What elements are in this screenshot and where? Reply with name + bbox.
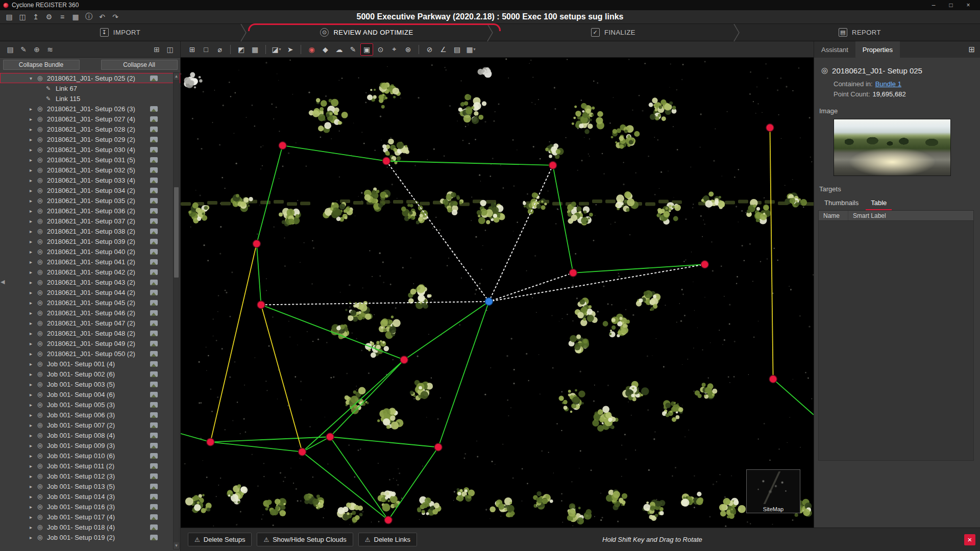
tab-table[interactable]: Table [866,197,892,210]
expander-icon[interactable]: ▸ [30,371,37,377]
tree-item[interactable]: ▸◎20180621_J01- Setup 050 (2) [0,348,180,359]
tree-item[interactable]: ▸◎20180621_J01- Setup 031 (5) [0,155,180,165]
expander-icon[interactable]: ▸ [30,229,37,234]
expander-icon[interactable]: ▾ [30,76,37,81]
tree-item[interactable]: ▸◎20180621_J01- Setup 035 (2) [0,195,180,206]
storage-icon[interactable]: ≡ [56,11,68,22]
tree-item[interactable]: ▸◎20180621_J01- Setup 027 (4) [0,114,180,124]
tree-item[interactable]: ▸◎Job 001- Setup 018 (4) [0,522,180,532]
expander-icon[interactable]: ▸ [30,524,37,530]
expander-icon[interactable]: ▸ [30,218,37,224]
tree-item[interactable]: ▾◎20180621_J01- Setup 025 (2) [0,73,180,83]
step-review-and-optimize[interactable]: ⊙REVIEW AND OPTIMIZE [247,24,487,41]
export-icon[interactable]: ↥ [30,11,42,22]
expander-icon[interactable]: ▸ [30,198,37,204]
expander-icon[interactable]: ▸ [30,392,37,397]
settings-icon[interactable]: ⚙ [43,11,55,22]
expander-icon[interactable]: ▸ [30,494,37,499]
tree-item[interactable]: ▸◎20180621_J01- Setup 041 (2) [0,257,180,267]
tree-item[interactable]: ▸◎20180621_J01- Setup 040 (2) [0,246,180,257]
tree-item[interactable]: ▸◎20180621_J01- Setup 045 (2) [0,297,180,308]
sidebar-scrollbar[interactable]: ▲ ▼ [173,72,180,549]
tree-link-item[interactable]: ✎Link 115 [0,93,180,104]
expander-icon[interactable]: ▸ [30,412,37,418]
tree-item[interactable]: ▸◎Job 001- Setup 008 (4) [0,430,180,440]
tree-item[interactable]: ▸◎20180621_J01- Setup 039 (2) [0,236,180,246]
tree-item[interactable]: ▸◎20180621_J01- Setup 048 (2) [0,328,180,338]
tree-item[interactable]: ▸◎Job 001- Setup 001 (4) [0,359,180,369]
expander-icon[interactable]: ▸ [30,137,37,142]
tree-item[interactable]: ▸◎20180621_J01- Setup 038 (2) [0,226,180,236]
tree-item[interactable]: ▸◎Job 001- Setup 012 (3) [0,471,180,481]
expander-icon[interactable]: ▸ [30,463,37,469]
expander-icon[interactable]: ▸ [30,127,37,132]
geotag-icon[interactable]: ⌖ [388,43,401,56]
tree-item[interactable]: ▸◎Job 001- Setup 010 (6) [0,450,180,461]
tree-item[interactable]: ▸◎Job 001- Setup 004 (6) [0,389,180,399]
tree-item[interactable]: ▸◎20180621_J01- Setup 047 (2) [0,318,180,328]
zoom-window-icon[interactable]: ⌀ [213,43,226,56]
expander-icon[interactable]: ▸ [30,249,37,255]
tab-thumbnails[interactable]: Thumbnails [819,197,864,210]
collapse-all-button[interactable]: Collapse All [101,60,178,70]
expander-icon[interactable]: ▸ [30,473,37,479]
expander-icon[interactable]: ▸ [30,402,37,408]
tab-properties[interactable]: Properties [855,41,900,58]
expander-icon[interactable]: ▸ [30,157,37,163]
collapse-left-panel-arrow[interactable]: ◀ [1,279,5,285]
expander-icon[interactable]: ▸ [30,320,37,326]
walk-mode-icon[interactable]: ⊛ [402,43,414,56]
tab-assistant[interactable]: Assistant [814,41,855,58]
expander-icon[interactable]: ▸ [30,433,37,438]
tree-item[interactable]: ▸◎Job 001- Setup 016 (3) [0,502,180,512]
tree-item[interactable]: ▸◎Job 001- Setup 003 (5) [0,379,180,389]
cloud-density-icon[interactable]: ▦ [249,43,261,56]
expander-icon[interactable]: ▸ [30,361,37,367]
draw-link-icon[interactable]: ✎ [347,43,359,56]
tree-item[interactable]: ▸◎20180621_J01- Setup 030 (4) [0,144,180,155]
expander-icon[interactable]: ▸ [30,116,37,122]
eraser-icon[interactable]: ◪▾ [270,43,283,56]
expander-icon[interactable]: ▸ [30,382,37,387]
expander-icon[interactable]: ▸ [30,484,37,489]
expander-icon[interactable]: ▸ [30,290,37,295]
tree-link-item[interactable]: ✎Link 67 [0,83,180,93]
tree-item[interactable]: ▸◎Job 001- Setup 007 (2) [0,420,180,430]
info-icon[interactable]: ⓘ [83,11,95,22]
tree-item[interactable]: ▸◎20180621_J01- Setup 036 (2) [0,206,180,216]
expander-icon[interactable]: ▸ [30,331,37,336]
expander-icon[interactable]: ▸ [30,504,37,510]
expander-icon[interactable]: ▸ [30,310,37,316]
filter-settings-icon[interactable]: ≋ [44,44,56,55]
step-import[interactable]: ↧IMPORT [0,24,240,41]
expander-icon[interactable]: ▸ [30,443,37,448]
tree-item[interactable]: ▸◎20180621_J01- Setup 042 (2) [0,267,180,277]
tree-item[interactable]: ▸◎Job 001- Setup 013 (5) [0,481,180,491]
tree-item[interactable]: ▸◎Job 001- Setup 019 (2) [0,532,180,542]
scrollbar-thumb[interactable] [174,187,179,278]
tree-item[interactable]: ▸◎20180621_J01- Setup 033 (4) [0,175,180,185]
tree-item[interactable]: ▸◎Job 001- Setup 009 (3) [0,440,180,450]
expander-icon[interactable]: ▸ [30,453,37,459]
tree-item[interactable]: ▸◎20180621_J01- Setup 043 (2) [0,277,180,287]
close-button[interactable]: × [960,2,977,9]
tree-item[interactable]: ▸◎20180621_J01- Setup 034 (2) [0,185,180,195]
expander-icon[interactable]: ▸ [30,341,37,346]
tree-item[interactable]: ▸◎Job 001- Setup 011 (2) [0,461,180,471]
expander-icon[interactable]: ▸ [30,300,37,306]
scrollbar-down-icon[interactable]: ▼ [174,542,179,549]
expander-icon[interactable]: ▸ [30,351,37,357]
axis-view-icon[interactable]: ∠ [437,43,450,56]
delete-setups-button[interactable]: ⚠Delete Setups [188,533,252,546]
layout-panes-icon[interactable]: ⊞ [963,41,980,58]
expander-icon[interactable]: ▸ [30,167,37,173]
expander-icon[interactable]: ▸ [30,535,37,540]
open-project-icon[interactable]: ▤ [3,11,15,22]
pick-tool-icon[interactable]: ➤ [284,43,297,56]
expander-icon[interactable]: ▸ [30,239,37,244]
tree-item[interactable]: ▸◎20180621_J01- Setup 037 (2) [0,216,180,226]
save-project-icon[interactable]: ◫ [16,11,29,22]
add-setup-icon[interactable]: ◉ [305,43,318,56]
expand-tree-icon[interactable]: ⊞ [151,44,163,55]
tree-item[interactable]: ▸◎20180621_J01- Setup 026 (3) [0,104,180,114]
